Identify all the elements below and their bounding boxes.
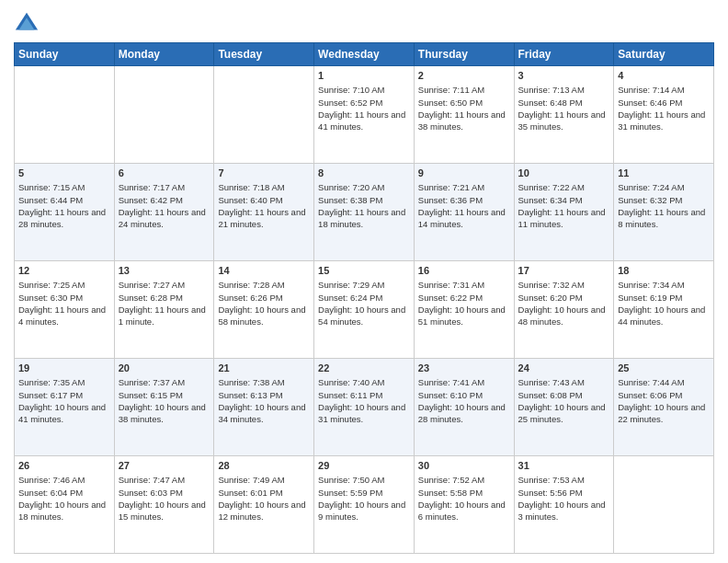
day-cell: 12Sunrise: 7:25 AMSunset: 6:30 PMDayligh… bbox=[15, 261, 115, 359]
day-info: Sunset: 6:17 PM bbox=[18, 389, 110, 401]
day-cell bbox=[114, 66, 214, 164]
day-info: Sunrise: 7:21 AM bbox=[418, 181, 510, 193]
day-info: Daylight: 10 hours and 22 minutes. bbox=[618, 401, 710, 426]
day-info: Daylight: 11 hours and 8 minutes. bbox=[618, 206, 710, 231]
day-cell: 4Sunrise: 7:14 AMSunset: 6:46 PMDaylight… bbox=[614, 66, 714, 164]
day-cell: 9Sunrise: 7:21 AMSunset: 6:36 PMDaylight… bbox=[414, 164, 514, 261]
day-cell: 29Sunrise: 7:50 AMSunset: 5:59 PMDayligh… bbox=[314, 456, 415, 554]
day-number: 6 bbox=[119, 167, 210, 180]
day-info: Daylight: 10 hours and 58 minutes. bbox=[218, 304, 310, 328]
day-cell: 19Sunrise: 7:35 AMSunset: 6:17 PMDayligh… bbox=[15, 359, 115, 456]
day-info: Daylight: 11 hours and 14 minutes. bbox=[418, 206, 510, 231]
day-number: 22 bbox=[318, 362, 410, 375]
day-info: Sunrise: 7:43 AM bbox=[518, 376, 610, 388]
day-cell: 7Sunrise: 7:18 AMSunset: 6:40 PMDaylight… bbox=[214, 164, 314, 261]
day-info: Daylight: 11 hours and 18 minutes. bbox=[318, 206, 410, 231]
day-cell: 11Sunrise: 7:24 AMSunset: 6:32 PMDayligh… bbox=[614, 164, 714, 261]
day-info: Daylight: 10 hours and 6 minutes. bbox=[418, 499, 510, 523]
day-number: 2 bbox=[418, 69, 510, 83]
day-cell: 24Sunrise: 7:43 AMSunset: 6:08 PMDayligh… bbox=[514, 359, 614, 456]
day-info: Sunset: 6:28 PM bbox=[119, 292, 210, 304]
day-info: Daylight: 10 hours and 3 minutes. bbox=[518, 499, 610, 523]
day-number: 10 bbox=[518, 167, 610, 180]
day-info: Sunrise: 7:32 AM bbox=[518, 279, 610, 291]
day-info: Sunrise: 7:49 AM bbox=[218, 474, 310, 486]
day-info: Sunset: 6:19 PM bbox=[618, 292, 710, 304]
day-cell: 2Sunrise: 7:11 AMSunset: 6:50 PMDaylight… bbox=[414, 66, 514, 164]
col-header-wednesday: Wednesday bbox=[314, 43, 415, 66]
day-info: Daylight: 10 hours and 44 minutes. bbox=[618, 304, 710, 328]
day-info: Sunset: 6:46 PM bbox=[618, 97, 710, 109]
header-row: SundayMondayTuesdayWednesdayThursdayFrid… bbox=[15, 43, 714, 66]
page: SundayMondayTuesdayWednesdayThursdayFrid… bbox=[0, 0, 728, 563]
day-info: Sunset: 6:38 PM bbox=[318, 194, 410, 206]
day-info: Sunset: 6:04 PM bbox=[18, 487, 110, 499]
day-number: 3 bbox=[518, 69, 610, 83]
day-number: 11 bbox=[618, 167, 710, 180]
day-info: Sunset: 6:50 PM bbox=[418, 97, 510, 109]
day-info: Daylight: 11 hours and 41 minutes. bbox=[318, 109, 410, 133]
day-info: Sunrise: 7:18 AM bbox=[218, 181, 310, 193]
day-number: 21 bbox=[218, 362, 310, 375]
day-cell: 1Sunrise: 7:10 AMSunset: 6:52 PMDaylight… bbox=[314, 66, 415, 164]
day-info: Sunset: 6:03 PM bbox=[119, 487, 210, 499]
day-cell: 28Sunrise: 7:49 AMSunset: 6:01 PMDayligh… bbox=[214, 456, 314, 554]
day-info: Daylight: 10 hours and 38 minutes. bbox=[119, 401, 210, 426]
day-info: Sunset: 6:20 PM bbox=[518, 292, 610, 304]
week-row-4: 19Sunrise: 7:35 AMSunset: 6:17 PMDayligh… bbox=[15, 359, 714, 456]
day-info: Sunrise: 7:52 AM bbox=[418, 474, 510, 486]
week-row-3: 12Sunrise: 7:25 AMSunset: 6:30 PMDayligh… bbox=[15, 261, 714, 359]
day-info: Sunset: 6:06 PM bbox=[618, 389, 710, 401]
day-info: Sunrise: 7:53 AM bbox=[518, 474, 610, 486]
day-info: Sunrise: 7:41 AM bbox=[418, 376, 510, 388]
day-info: Daylight: 10 hours and 12 minutes. bbox=[218, 499, 310, 523]
day-number: 8 bbox=[318, 167, 410, 180]
day-info: Sunrise: 7:47 AM bbox=[119, 474, 210, 486]
day-info: Sunset: 6:52 PM bbox=[318, 97, 410, 109]
day-info: Sunset: 6:10 PM bbox=[418, 389, 510, 401]
day-info: Daylight: 11 hours and 4 minutes. bbox=[18, 304, 110, 328]
day-info: Sunrise: 7:10 AM bbox=[318, 84, 410, 96]
day-info: Sunrise: 7:17 AM bbox=[119, 181, 210, 193]
day-info: Sunset: 6:15 PM bbox=[119, 389, 210, 401]
col-header-sunday: Sunday bbox=[15, 43, 115, 66]
day-cell: 25Sunrise: 7:44 AMSunset: 6:06 PMDayligh… bbox=[614, 359, 714, 456]
col-header-saturday: Saturday bbox=[614, 43, 714, 66]
day-info: Sunrise: 7:50 AM bbox=[318, 474, 410, 486]
day-info: Sunset: 6:11 PM bbox=[318, 389, 410, 401]
day-info: Daylight: 10 hours and 15 minutes. bbox=[119, 499, 210, 523]
day-cell: 23Sunrise: 7:41 AMSunset: 6:10 PMDayligh… bbox=[414, 359, 514, 456]
day-info: Daylight: 10 hours and 54 minutes. bbox=[318, 304, 410, 328]
day-info: Daylight: 11 hours and 31 minutes. bbox=[618, 109, 710, 133]
day-info: Sunset: 6:30 PM bbox=[18, 292, 110, 304]
logo bbox=[14, 9, 43, 35]
day-info: Sunset: 6:42 PM bbox=[119, 194, 210, 206]
day-number: 30 bbox=[418, 459, 510, 473]
day-info: Sunset: 6:44 PM bbox=[18, 194, 110, 206]
week-row-1: 1Sunrise: 7:10 AMSunset: 6:52 PMDaylight… bbox=[15, 66, 714, 164]
day-number: 29 bbox=[318, 459, 410, 473]
day-cell: 16Sunrise: 7:31 AMSunset: 6:22 PMDayligh… bbox=[414, 261, 514, 359]
day-cell: 21Sunrise: 7:38 AMSunset: 6:13 PMDayligh… bbox=[214, 359, 314, 456]
day-number: 15 bbox=[318, 264, 410, 278]
day-info: Sunrise: 7:34 AM bbox=[618, 279, 710, 291]
day-cell: 30Sunrise: 7:52 AMSunset: 5:58 PMDayligh… bbox=[414, 456, 514, 554]
day-info: Sunrise: 7:44 AM bbox=[618, 376, 710, 388]
day-info: Sunrise: 7:22 AM bbox=[518, 181, 610, 193]
day-info: Sunset: 6:48 PM bbox=[518, 97, 610, 109]
day-cell: 5Sunrise: 7:15 AMSunset: 6:44 PMDaylight… bbox=[15, 164, 115, 261]
day-info: Daylight: 11 hours and 11 minutes. bbox=[518, 206, 610, 231]
day-cell: 20Sunrise: 7:37 AMSunset: 6:15 PMDayligh… bbox=[114, 359, 214, 456]
day-info: Sunrise: 7:38 AM bbox=[218, 376, 310, 388]
day-info: Sunrise: 7:20 AM bbox=[318, 181, 410, 193]
day-info: Daylight: 10 hours and 31 minutes. bbox=[318, 401, 410, 426]
day-number: 19 bbox=[18, 362, 110, 375]
day-info: Sunset: 6:32 PM bbox=[618, 194, 710, 206]
day-info: Sunrise: 7:13 AM bbox=[518, 84, 610, 96]
day-info: Sunset: 6:08 PM bbox=[518, 389, 610, 401]
day-info: Sunrise: 7:28 AM bbox=[218, 279, 310, 291]
day-info: Sunset: 6:01 PM bbox=[218, 487, 310, 499]
day-cell: 15Sunrise: 7:29 AMSunset: 6:24 PMDayligh… bbox=[314, 261, 415, 359]
day-number: 9 bbox=[418, 167, 510, 180]
day-cell: 14Sunrise: 7:28 AMSunset: 6:26 PMDayligh… bbox=[214, 261, 314, 359]
